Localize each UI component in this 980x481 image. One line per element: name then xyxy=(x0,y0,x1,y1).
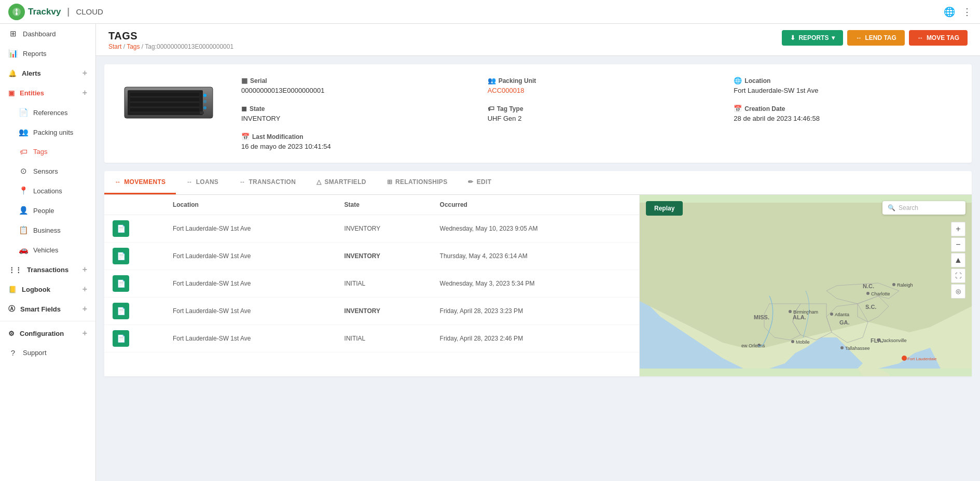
smartfield-tab-label: SMARTFIELD xyxy=(324,178,366,186)
tab-transaction[interactable]: ↔ TRANSACTION xyxy=(229,171,306,194)
info-creation-date: 📅 Creation Date 28 de abril de 2023 14:4… xyxy=(734,105,959,122)
location-icon: 🌐 xyxy=(734,77,742,84)
pan-up-button[interactable]: ▲ xyxy=(951,253,965,267)
tab-movements[interactable]: ↔ MOVEMENTS xyxy=(104,171,176,194)
zoom-in-button[interactable]: + xyxy=(951,222,965,236)
table-row: 📄Fort Lauderdale-SW 1st AveINITIALFriday… xyxy=(104,325,639,352)
alerts-plus-icon[interactable]: + xyxy=(82,68,87,78)
menu-icon[interactable]: ⋮ xyxy=(962,6,972,18)
sidebar-item-support[interactable]: ? Support xyxy=(0,343,95,362)
location-label-text: 🌐 Location xyxy=(734,77,959,84)
state-value: INVENTORY xyxy=(241,115,467,122)
row-action-icon[interactable]: 📄 xyxy=(113,303,129,319)
locate-button[interactable]: ◎ xyxy=(951,284,965,299)
svg-point-23 xyxy=(789,310,792,313)
move-tag-icon: ↔ xyxy=(917,34,923,41)
sidebar-item-locations[interactable]: 📍 Locations xyxy=(6,181,95,201)
row-action-icon[interactable]: 📄 xyxy=(113,275,129,292)
reports-icon: 📊 xyxy=(8,49,18,58)
sidebar-item-people[interactable]: 👤 People xyxy=(6,201,95,220)
sensors-icon: ⊙ xyxy=(19,166,28,176)
row-occurred: Friday, April 28, 2023 2:46 PM xyxy=(432,325,639,352)
page-title: TAGS xyxy=(108,30,233,42)
raleigh-label: Raleigh xyxy=(897,282,913,288)
transactions-plus-icon[interactable]: + xyxy=(82,265,87,274)
entities-section: ▣ Entities + 📄 References 👥 Packing unit… xyxy=(0,83,95,260)
map-search-placeholder[interactable]: Search xyxy=(899,204,918,211)
movements-table-container: Location State Occurred 📄Fort Lauderdale… xyxy=(104,195,640,376)
logbook-icon: 📒 xyxy=(8,286,17,293)
sidebar-section-logbook[interactable]: 📒 Logbook + xyxy=(0,279,95,299)
sidebar-item-reports[interactable]: 📊 Reports xyxy=(0,44,95,63)
move-tag-button[interactable]: ↔ MOVE TAG xyxy=(909,30,968,46)
relationships-tab-label: RELATIONSHIPS xyxy=(395,178,447,186)
packing-units-label: Packing units xyxy=(33,129,73,136)
tab-relationships[interactable]: ⊞ RELATIONSHIPS xyxy=(377,171,458,194)
row-occurred[interactable]: Thursday, May 4, 2023 6:14 AM xyxy=(432,243,639,270)
locations-label: Locations xyxy=(33,187,62,195)
zoom-out-button[interactable]: − xyxy=(951,237,965,252)
entities-icon: ▣ xyxy=(8,89,15,97)
svg-point-1 xyxy=(16,13,18,15)
alerts-label: Alerts xyxy=(22,69,41,77)
row-occurred[interactable]: Friday, April 28, 2023 3:23 PM xyxy=(432,298,639,325)
lend-tag-button[interactable]: ↔ LEND TAG xyxy=(847,30,904,46)
sidebar-section-entities[interactable]: ▣ Entities + xyxy=(0,83,95,103)
transactions-icon: ⋮⋮ xyxy=(8,266,22,274)
breadcrumb-start[interactable]: Start xyxy=(108,43,121,50)
replay-button[interactable]: Replay xyxy=(646,201,683,216)
row-state: INVENTORY xyxy=(336,298,432,325)
tab-edit[interactable]: ✏ EDIT xyxy=(458,171,502,194)
sidebar-item-sensors[interactable]: ⊙ Sensors xyxy=(6,161,95,181)
info-packing-unit: 👥 Packing Unit ACC000018 xyxy=(488,77,713,94)
svg-point-29 xyxy=(877,338,880,342)
svg-marker-17 xyxy=(640,203,972,348)
entities-label: Entities xyxy=(20,89,44,97)
row-location: Fort Lauderdale-SW 1st Ave xyxy=(164,215,336,243)
row-state: INITIAL xyxy=(336,325,432,352)
col-location: Location xyxy=(164,195,336,215)
sidebar-item-business[interactable]: 📋 Business xyxy=(6,220,95,240)
sidebar-section-smart-fields[interactable]: Ⓐ Smart Fields + xyxy=(0,299,95,319)
creation-date-value: 28 de abril de 2023 14:46:58 xyxy=(734,115,959,122)
row-action-icon[interactable]: 📄 xyxy=(113,220,129,237)
row-action-icon[interactable]: 📄 xyxy=(113,330,129,347)
sidebar-item-packing-units[interactable]: 👥 Packing units xyxy=(6,122,95,142)
reports-button[interactable]: ⬇ REPORTS ▾ xyxy=(782,30,843,46)
sidebar-item-tags[interactable]: 🏷 Tags xyxy=(6,142,95,161)
packing-unit-value[interactable]: ACC000018 xyxy=(488,87,713,94)
row-location: Fort Lauderdale-SW 1st Ave xyxy=(164,270,336,298)
map-search-box: 🔍 Search xyxy=(882,201,965,215)
row-action-icon[interactable]: 📄 xyxy=(113,248,129,264)
info-state: ◼ State INVENTORY xyxy=(241,105,467,122)
globe-icon[interactable]: 🌐 xyxy=(944,6,955,18)
info-tag-type: 🏷 Tag Type UHF Gen 2 xyxy=(488,105,713,122)
sidebar-section-configuration[interactable]: ⚙ Configuration + xyxy=(0,323,95,343)
sidebar-item-references[interactable]: 📄 References xyxy=(6,103,95,122)
alerts-icon: 🔔 xyxy=(8,69,17,77)
logbook-plus-icon[interactable]: + xyxy=(82,285,87,294)
tag-type-icon: 🏷 xyxy=(488,105,494,112)
move-tag-label: MOVE TAG xyxy=(927,34,959,41)
sidebar-section-transactions[interactable]: ⋮⋮ Transactions + xyxy=(0,260,95,279)
tab-smartfield[interactable]: △ SMARTFIELD xyxy=(306,171,377,194)
smartfield-tab-icon: △ xyxy=(316,178,321,186)
sidebar-item-vehicles[interactable]: 🚗 Vehicles xyxy=(6,240,95,260)
fullscreen-button[interactable]: ⛶ xyxy=(951,268,965,283)
entities-plus-icon[interactable]: + xyxy=(82,88,87,97)
sidebar-item-dashboard[interactable]: ⊞ Dashboard xyxy=(0,24,95,44)
ga-label: GA. xyxy=(839,319,850,326)
sidebar-section-alerts[interactable]: 🔔 Alerts + xyxy=(0,63,95,83)
edit-tab-label: EDIT xyxy=(477,178,492,186)
locations-icon: 📍 xyxy=(19,186,28,195)
tab-loans[interactable]: ↔ LOANS xyxy=(176,171,229,194)
state-icon: ◼ xyxy=(241,105,247,112)
svg-rect-4 xyxy=(130,92,200,96)
tag-type-label-text: 🏷 Tag Type xyxy=(488,105,713,112)
smart-fields-plus-icon[interactable]: + xyxy=(82,304,87,314)
serial-value: 00000000013E0000000001 xyxy=(241,87,467,94)
breadcrumb-tags[interactable]: Tags xyxy=(127,43,140,50)
miss-label: MISS. xyxy=(754,314,769,320)
configuration-plus-icon[interactable]: + xyxy=(82,329,87,338)
svg-rect-11 xyxy=(200,111,204,114)
